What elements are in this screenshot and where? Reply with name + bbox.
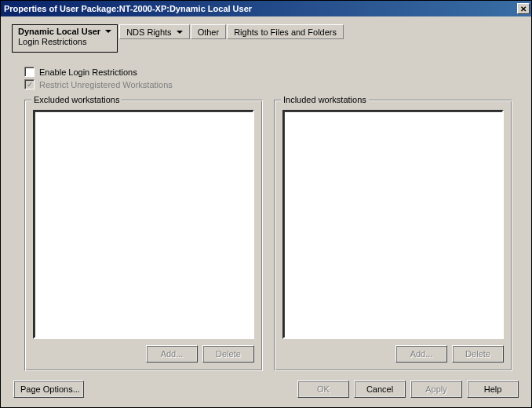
dialog-window: Properties of User Package:NT-2000-XP:Dy…	[0, 0, 532, 408]
client-area: Dynamic Local User Login Restrictions ND…	[1, 16, 531, 407]
excluded-buttons: Add... Delete	[33, 345, 254, 362]
excluded-delete-button: Delete	[202, 345, 254, 362]
restrict-unregistered-label: Restrict Unregistered Workstations	[39, 80, 173, 89]
restrict-unregistered-checkbox: ✓	[24, 79, 35, 89]
tab-sub-login-restrictions[interactable]: Login Restrictions	[13, 37, 116, 47]
tab-label: NDS Rights	[126, 27, 171, 37]
enable-login-restrictions-label: Enable Login Restrictions	[39, 67, 137, 77]
tab-label: Rights to Files and Folders	[234, 27, 337, 37]
tab-nds-rights[interactable]: NDS Rights	[119, 24, 189, 39]
restrict-unregistered-row: ✓ Restrict Unregistered Workstations	[24, 79, 517, 89]
included-delete-button: Delete	[452, 345, 504, 362]
included-buttons: Add... Delete	[282, 345, 504, 362]
window-title: Properties of User Package:NT-2000-XP:Dy…	[4, 4, 517, 13]
chevron-down-icon	[177, 31, 183, 34]
tab-strip: Dynamic Local User Login Restrictions ND…	[12, 24, 523, 53]
apply-button: Apply	[410, 381, 462, 398]
title-bar: Properties of User Package:NT-2000-XP:Dy…	[1, 1, 531, 16]
check-icon: ✓	[27, 81, 33, 89]
tab-label: Other	[198, 27, 220, 37]
included-workstations-group: Included workstations Add... Delete	[274, 100, 512, 371]
included-add-button: Add...	[395, 345, 447, 362]
enable-login-restrictions-checkbox[interactable]	[24, 67, 35, 77]
chevron-down-icon	[105, 30, 111, 33]
close-button[interactable]: ✕	[517, 3, 530, 14]
enable-login-restrictions-row[interactable]: Enable Login Restrictions	[24, 67, 517, 77]
page-options-button[interactable]: Page Options...	[13, 381, 84, 398]
excluded-listbox[interactable]	[33, 110, 254, 339]
excluded-add-button: Add...	[146, 345, 198, 362]
cancel-button[interactable]: Cancel	[354, 381, 406, 398]
tab-other[interactable]: Other	[191, 24, 227, 39]
excluded-title: Excluded workstations	[31, 95, 122, 104]
tab-dynamic-local-user[interactable]: Dynamic Local User Login Restrictions	[12, 24, 118, 53]
dialog-footer: Page Options... OK Cancel Apply Help	[9, 377, 523, 403]
included-listbox[interactable]	[282, 110, 504, 339]
tab-content: Enable Login Restrictions ✓ Restrict Unr…	[9, 53, 523, 377]
help-button[interactable]: Help	[467, 381, 519, 398]
tab-rights-files-folders[interactable]: Rights to Files and Folders	[227, 24, 344, 39]
excluded-workstations-group: Excluded workstations Add... Delete	[24, 100, 263, 371]
tab-label: Dynamic Local User	[18, 27, 100, 36]
workstation-groups: Excluded workstations Add... Delete Incl…	[24, 100, 512, 371]
ok-button: OK	[297, 381, 349, 398]
included-title: Included workstations	[281, 95, 369, 104]
close-icon: ✕	[520, 5, 527, 13]
